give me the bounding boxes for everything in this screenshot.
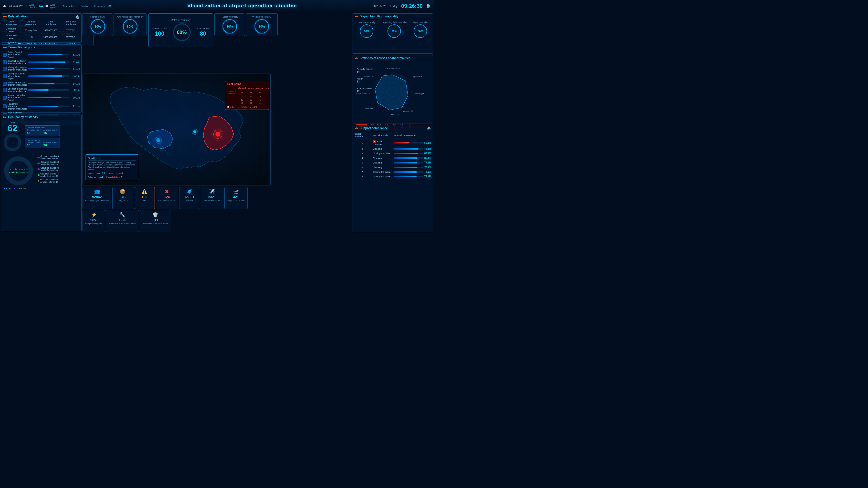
bridge-icon: ⚡ — [91, 212, 97, 218]
duty-row: Command centerZhang San13990882333637765… — [2, 27, 81, 33]
svg-text:12: 12 — [357, 90, 360, 93]
duty-table: Duty department On-duty personnel Duty t… — [1, 19, 81, 47]
ec-row-4: 1111—11— — [228, 102, 271, 105]
support-settings-icon[interactable]: ⚙️ — [427, 126, 431, 130]
weighted-label: Weighted normality — [252, 15, 271, 18]
temp-label: Temperature — [63, 5, 75, 7]
bag-label: Free bag — [186, 199, 193, 201]
total-stands: 62 — [7, 124, 17, 133]
support-row: 4 Cleaning 80.1% — [353, 156, 432, 160]
duty-row: Information centerLi Si13990882333637765… — [2, 34, 81, 40]
col-department: Duty department — [2, 20, 21, 26]
airport-item[interactable]: Hangzhou Xiaoshan International Airport … — [1, 102, 81, 111]
airports-title: Ten-million airports — [1, 45, 81, 50]
svg-text:Occupied stands 46: Occupied stands 46 — [9, 168, 28, 170]
stat-cancel: ✖ 124 Cancellation sorties — [156, 187, 178, 209]
bottom-stats: 👥 92842 Passengers (person-times) 📦 1312… — [83, 187, 271, 232]
ec-row-3: 2223122— — [228, 98, 271, 101]
support-title: Support compliance ⚙️ — [353, 125, 433, 131]
svg-text:Weather 20: Weather 20 — [403, 110, 413, 112]
stat-passengers: 👥 92842 Passengers (person-times) — [83, 187, 111, 209]
alert-icon: ⚠️ — [142, 189, 148, 194]
east-china-popup: East China Planned Actual Delayed Cancel… — [225, 81, 269, 110]
dispatch-origin-gauge: 80% — [388, 24, 401, 38]
cargo-label: Cargo (ton) — [118, 199, 127, 201]
southwest-popup: Southwest Chengdu Shuangliu Internationa… — [85, 155, 139, 180]
top-header: ☁️ Fair to cloudy | Winddirection SW 💨 W… — [0, 0, 434, 12]
col-fixed-tel: Fixed-line telephone — [60, 20, 81, 26]
airport-item[interactable]: Chengdu Shuangliu International Airport … — [1, 87, 81, 93]
stat-large: 🛫 321 Large aircraft sorties — [224, 187, 248, 209]
dispatch-release: Release normality 80% — [358, 21, 375, 38]
support-row: 6 Cleaning 79.1% — [353, 165, 432, 169]
svg-point-21 — [193, 130, 196, 133]
bag-icon: 🧳 — [187, 189, 193, 194]
ec-row-1: ShanghaiHongqiao 1111111111 — [228, 91, 271, 94]
map-area: Southwest Chengdu Shuangliu Internationa… — [83, 73, 271, 186]
svg-text:13: 13 — [357, 80, 360, 83]
abnorm-radar: Fuel materials 10 Departure 8 Passenger … — [354, 62, 430, 121]
intl-icon: ✈️ — [209, 189, 215, 194]
svg-text:14: 14 — [357, 70, 360, 73]
large-val: 321 — [233, 195, 239, 199]
weather-text: Fair to cloudy — [8, 5, 23, 7]
actual-label: Actual sorties — [196, 27, 210, 30]
svg-text:Public sec 17: Public sec 17 — [364, 108, 375, 110]
airport-item[interactable]: 7 Kunming Wujiaba Inter-national Airport… — [1, 93, 81, 102]
support-row: 5 Cleaning 79.1% — [353, 161, 432, 165]
support-row: 3 Closing the cabin 83.1% — [353, 151, 432, 156]
airport-item[interactable]: 1 Guangzhou Baiyun International Airport… — [1, 59, 81, 65]
origin-normality-label: Originating flight normality — [117, 15, 143, 18]
duty-settings-icon[interactable]: ⚙️ — [75, 15, 79, 19]
zone-donut: Occupied stands 46 Available stands 16 — [3, 155, 34, 187]
large-label: Large aircraft sorties — [227, 199, 245, 201]
release-panel: Release normality Planned sorties 100 80… — [149, 13, 213, 47]
datetime-section: 2021-07-26 Friday 09:26:30 ⚙️ — [373, 3, 431, 9]
wind-speed: 24 — [58, 5, 61, 7]
cancel-val: 124 — [164, 195, 170, 199]
takeoff-gauge: 80% — [222, 19, 237, 34]
airport-item[interactable]: 4 Shanghai Pudong Inter-national Airport… — [1, 72, 81, 80]
wind-label: Winddirection — [29, 4, 37, 8]
abnorm-title: Statistics of causes of abnormalities — [353, 55, 433, 61]
wind-direction: SW — [39, 5, 43, 7]
support-row: 2 Cleaning 84.1% — [353, 147, 432, 151]
attend2-icon: 🛡️ — [152, 212, 158, 218]
east-china-table: Planned Actual Delayed Cancelled Abnorma… — [227, 86, 271, 105]
large-icon: 🛫 — [233, 189, 239, 194]
cancel-icon: ✖ — [165, 189, 169, 194]
attend2-label: Attendants at the other airport — [143, 223, 168, 225]
svg-text:Available stands 16: Available stands 16 — [9, 171, 28, 174]
settings-icon[interactable]: ⚙️ — [426, 4, 431, 8]
intl-val: 5321 — [208, 195, 216, 199]
abnormalities-panel: Statistics of causes of abnormalities Fu… — [352, 55, 433, 124]
dispatching-title: Dispatching flight normality — [353, 14, 433, 19]
airport-item[interactable]: Shanghai Hongqiao International Airport … — [1, 65, 81, 72]
svg-text:Air traffic control: Air traffic control — [357, 68, 373, 70]
stat-bag: 🧳 65321 Free bag — [179, 187, 200, 209]
origin-normality-gauge: 80% — [123, 19, 137, 34]
airports-panel: Ten-million airports 5 Beijing Capital I… — [1, 44, 82, 113]
duty-title: Duty situation ⚙️ — [1, 14, 81, 19]
support-row: 8 Closing the cabin 77.1% — [353, 174, 432, 178]
release-title: Release normality — [171, 19, 190, 22]
pressure: 102 — [108, 5, 112, 7]
svg-text:Airport: Airport — [357, 77, 363, 80]
occupancy-panel: Occupancy of stands Total 62 Covered bri… — [1, 114, 82, 231]
passengers-val: 92842 — [92, 195, 102, 199]
svg-point-3 — [6, 159, 31, 183]
flight-normality-gauge: 80% — [91, 19, 105, 34]
support-row: 1 ● Fuel charging 50.1% — [353, 139, 432, 146]
weighted-gauge: 80% — [254, 19, 269, 34]
svg-point-0 — [5, 135, 20, 150]
airport-item[interactable]: 5 Beijing Capital Inter-national Airport… — [1, 50, 81, 59]
dispatch-flight-gauge: 80% — [413, 24, 427, 38]
bag-val: 65321 — [185, 195, 194, 199]
duty-panel: Duty situation ⚙️ Duty department On-dut… — [1, 13, 82, 43]
weekday: Friday — [390, 5, 398, 7]
airport-item[interactable]: Shenzhen Bao'an International Airport 64… — [1, 80, 81, 87]
stat-attend2: 🛡️ 511 Attendants at the other airport — [140, 210, 171, 232]
temperature: 24 — [77, 5, 80, 7]
date: 2021-07-26 — [373, 5, 386, 7]
dispatch-release-gauge: 80% — [360, 24, 373, 38]
